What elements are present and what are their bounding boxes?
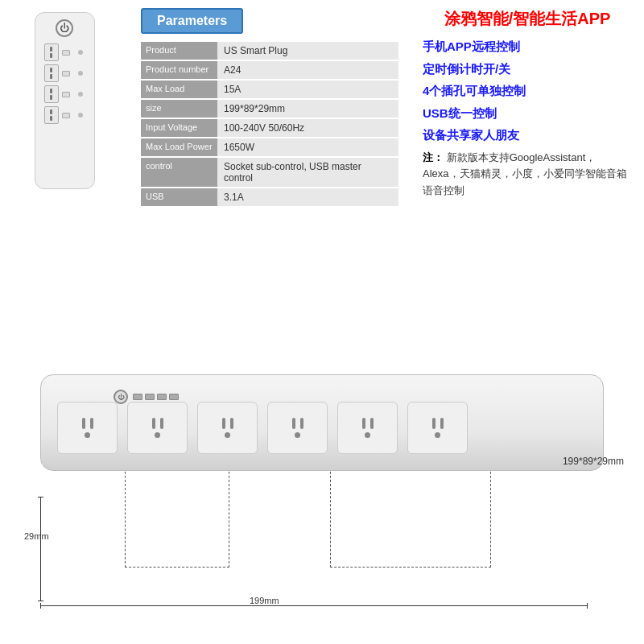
usb-group (133, 394, 179, 400)
outlet-holes-1 (82, 418, 93, 429)
param-label-4: Input Voltage (141, 118, 217, 138)
outlet-icon-3 (44, 85, 59, 103)
dim-final-label: 199*89*29mm (563, 456, 624, 467)
note-text: 新款版本支持GoogleAssistant，Alexa，天猫精灵，小度，小爱同学… (423, 151, 627, 197)
usb-port-2 (145, 394, 155, 400)
outlet-icon-4 (44, 106, 59, 124)
table-row: ProductUS Smart Plug (141, 42, 398, 60)
outlet-6 (407, 402, 468, 454)
power-button-icon: ⏻ (56, 19, 73, 37)
param-label-3: size (141, 99, 217, 118)
param-label-5: Max Load Power (141, 138, 217, 157)
outlet-holes-4 (292, 418, 303, 429)
usb-port-4 (169, 394, 179, 400)
strip-container: LED指示灯 89mm 45.5mm ⏻ (16, 374, 628, 471)
usb-port-3 (157, 394, 167, 400)
outlet-icon-1 (44, 43, 59, 61)
table-row: Max Load Power1650W (141, 138, 398, 157)
feature-item-4: 设备共享家人朋友 (423, 127, 632, 143)
table-row: USB3.1A (141, 188, 398, 207)
outlet-4 (267, 402, 328, 454)
dim-29-label: 29mm (24, 531, 49, 541)
param-value-3: 199*89*29mm (217, 99, 398, 118)
param-label-1: Product number (141, 60, 217, 80)
param-value-0: US Smart Plug (217, 42, 398, 60)
feature-item-1: 定时倒计时开/关 (423, 61, 632, 77)
table-row: Product numberA24 (141, 60, 398, 80)
outlet-holes-5 (362, 418, 374, 429)
parameters-title: Parameters (141, 8, 243, 34)
param-value-4: 100-240V 50/60Hz (217, 118, 398, 138)
note-section: 注： 新款版本支持GoogleAssistant，Alexa，天猫精灵，小度，小… (423, 150, 632, 200)
usb-icon-2 (62, 71, 70, 76)
table-row: size199*89*29mm (141, 99, 398, 118)
outlet-holes-6 (432, 418, 444, 429)
feature-item-2: 4个插孔可单独控制 (423, 83, 632, 99)
param-value-2: 15A (217, 80, 398, 99)
params-table: ProductUS Smart PlugProduct numberA24Max… (141, 42, 398, 208)
table-row: controlSocket sub-control, USB master co… (141, 157, 398, 188)
param-value-5: 1650W (217, 138, 398, 157)
param-label-2: Max Load (141, 80, 217, 99)
outlet-row (57, 402, 468, 454)
param-label-0: Product (141, 42, 217, 60)
features-panel: 涂鸦智能/智能生活APP 手机APP远程控制定时倒计时开/关4个插孔可单独控制U… (411, 0, 644, 338)
brand-title: 涂鸦智能/智能生活APP (423, 8, 632, 29)
bottom-diagram: LED指示灯 89mm 45.5mm ⏻ (0, 338, 644, 644)
param-label-7: USB (141, 188, 217, 207)
usb-icon-4 (62, 113, 70, 118)
feature-item-3: USB统一控制 (423, 105, 632, 122)
usb-icon-1 (62, 50, 70, 56)
outlet-icon-2 (44, 64, 59, 82)
hline-199 (40, 605, 588, 606)
note-label: 注： (423, 151, 444, 163)
usb-icon-3 (62, 92, 70, 97)
outlet-3 (197, 402, 258, 454)
param-value-7: 3.1A (217, 188, 398, 207)
feature-list: 手机APP远程控制定时倒计时开/关4个插孔可单独控制USB统一控制设备共享家人朋… (423, 39, 632, 143)
device-image-panel: ⏻ (0, 0, 129, 338)
table-row: Max Load15A (141, 80, 398, 99)
param-value-6: Socket sub-control, USB master control (217, 157, 398, 188)
outlet-5 (337, 402, 398, 454)
outlet-holes-3 (222, 418, 233, 429)
param-label-6: control (141, 157, 217, 188)
remote-control-drawing: ⏻ (35, 12, 95, 189)
table-row: Input Voltage100-240V 50/60Hz (141, 118, 398, 138)
outlet-1 (57, 402, 118, 454)
outlet-2 (127, 402, 188, 454)
remote-slots (39, 43, 90, 124)
dim-199-label: 199mm (250, 596, 279, 605)
vline-29 (40, 497, 41, 601)
parameters-panel: Parameters ProductUS Smart PlugProduct n… (129, 0, 411, 338)
power-strip-body: ⏻ (40, 374, 604, 471)
outlet-holes-2 (152, 418, 163, 429)
usb-port-1 (133, 394, 142, 400)
feature-item-0: 手机APP远程控制 (423, 39, 632, 55)
param-value-1: A24 (217, 60, 398, 80)
